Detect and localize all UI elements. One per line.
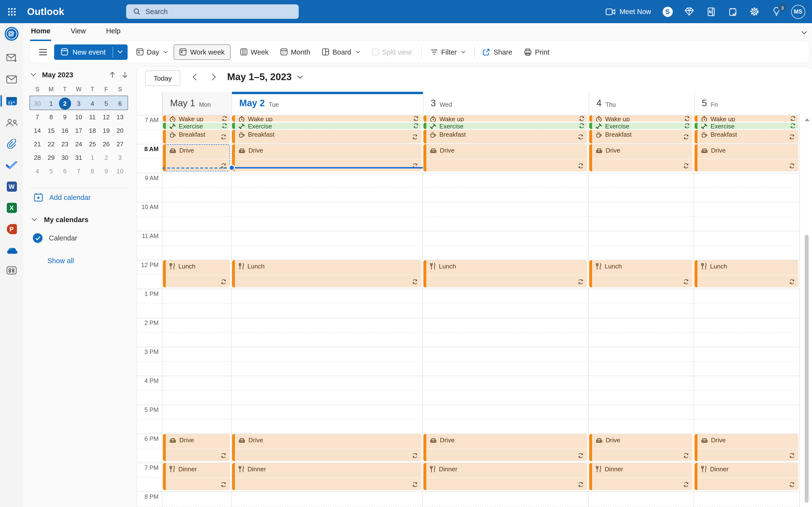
mini-calendar-date[interactable]: 25 — [86, 137, 99, 151]
rail-calendar[interactable] — [0, 91, 23, 111]
calendar-event[interactable]: Drive — [589, 434, 693, 461]
todo-panel-button[interactable] — [723, 2, 742, 21]
date-range-title[interactable]: May 1–5, 2023 — [227, 71, 303, 82]
mini-calendar-date[interactable]: 4 — [86, 97, 99, 110]
app-launcher-waffle-icon[interactable] — [0, 0, 23, 23]
day-header-thu[interactable]: 4Thu — [589, 92, 694, 115]
view-month-button[interactable]: Month — [280, 48, 310, 56]
new-event-button[interactable]: New event — [54, 44, 128, 60]
view-day-button[interactable]: Day — [136, 48, 168, 56]
calendar-event[interactable]: Wake up — [695, 115, 799, 122]
rail-excel[interactable]: X — [0, 198, 23, 217]
rail-people[interactable] — [0, 113, 23, 132]
calendar-event[interactable]: Lunch — [232, 260, 421, 287]
mini-calendar-date[interactable]: 28 — [31, 151, 44, 164]
mini-calendar-date[interactable]: 6 — [113, 97, 127, 110]
mini-calendar-date[interactable]: 30 — [58, 151, 72, 164]
search-input[interactable]: Search — [126, 4, 299, 19]
mini-calendar-date[interactable]: 22 — [44, 137, 58, 151]
meet-now-button[interactable]: Meet Now — [602, 2, 655, 21]
mini-calendar-date[interactable]: 2 — [58, 97, 72, 110]
calendar-event[interactable]: Lunch — [423, 260, 587, 287]
rail-mail[interactable] — [0, 69, 23, 89]
mini-calendar-date[interactable]: 18 — [86, 124, 99, 137]
next-week-chevron-icon[interactable] — [212, 73, 216, 80]
mini-calendar-date[interactable]: 30 — [31, 97, 44, 110]
calendar-event[interactable]: Exercise — [232, 123, 421, 129]
calendar-event[interactable]: Exercise — [589, 123, 693, 129]
calendar-event[interactable]: Drive — [232, 434, 421, 461]
calendar-event[interactable]: Drive — [695, 145, 799, 171]
mini-calendar-date[interactable]: 4 — [31, 164, 44, 178]
calendar-event[interactable]: Breakfast — [163, 130, 230, 144]
mini-calendar-date[interactable]: 1 — [86, 151, 99, 164]
mini-calendar-date[interactable]: 7 — [72, 164, 86, 178]
calendar-checked-icon[interactable] — [33, 233, 43, 243]
calendar-event[interactable]: Wake up — [589, 115, 693, 122]
skype-button[interactable]: S — [658, 2, 677, 21]
share-button[interactable]: Share — [483, 48, 512, 56]
mini-calendar-date[interactable]: 13 — [113, 110, 127, 124]
my-calendars-section[interactable]: My calendars — [32, 216, 89, 224]
selected-date-circle[interactable]: 2 — [59, 97, 71, 109]
account-button[interactable]: MS — [789, 2, 807, 21]
mini-calendar-date[interactable]: 14 — [31, 124, 44, 137]
collapse-sidebar-hamburger-icon[interactable] — [39, 49, 47, 55]
scroll-up-arrow-icon[interactable] — [805, 118, 810, 121]
calendar-event[interactable]: Dinner — [695, 463, 799, 490]
rail-outlook-logo[interactable] — [0, 24, 23, 44]
tab-help[interactable]: Help — [106, 23, 120, 40]
mini-calendar-date[interactable]: 3 — [72, 97, 86, 110]
mini-calendar-date[interactable]: 26 — [99, 137, 113, 151]
calendar-event[interactable]: Wake up — [232, 115, 421, 122]
calendar-event[interactable]: Drive — [589, 145, 693, 171]
day-header-tue[interactable]: May 2Tue — [232, 92, 423, 115]
collapse-month-chevron-icon[interactable] — [31, 73, 36, 77]
tips-button[interactable]: 3 — [767, 2, 785, 21]
next-month-arrow-icon[interactable] — [122, 71, 128, 78]
calendar-event[interactable]: Dinner — [423, 463, 587, 490]
mini-calendar-date[interactable]: 12 — [99, 110, 113, 124]
filter-button[interactable]: Filter — [430, 48, 465, 56]
rail-word[interactable]: W — [0, 177, 23, 196]
previous-month-arrow-icon[interactable] — [109, 71, 115, 78]
calendar-event[interactable]: Dinner — [163, 463, 230, 490]
mini-calendar-date[interactable]: 8 — [86, 164, 99, 178]
day-header-mon[interactable]: May 1Mon — [162, 92, 232, 115]
calendar-event[interactable]: Lunch — [695, 260, 799, 287]
calendar-event[interactable]: Wake up — [423, 115, 587, 122]
day-header-wed[interactable]: 3Wed — [423, 92, 589, 115]
calendar-event[interactable]: Dinner — [232, 463, 421, 490]
print-button[interactable]: Print — [524, 48, 550, 56]
rail-new-mail[interactable] — [0, 48, 23, 68]
mini-calendar-date[interactable]: 10 — [72, 110, 86, 124]
mini-calendar-date[interactable]: 1 — [44, 97, 58, 110]
calendar-event[interactable]: Breakfast — [423, 130, 587, 144]
mini-calendar-date[interactable]: 20 — [113, 124, 127, 137]
view-week-button[interactable]: Week — [240, 48, 269, 56]
ribbon-collapse-chevron-icon[interactable] — [801, 31, 807, 35]
today-button[interactable]: Today — [145, 70, 181, 86]
settings-button[interactable] — [745, 2, 764, 21]
mini-calendar-date[interactable]: 7 — [31, 110, 44, 124]
mini-calendar-date[interactable]: 31 — [72, 151, 86, 164]
mini-calendar-date[interactable]: 8 — [44, 110, 58, 124]
mini-calendar-date[interactable]: 27 — [113, 137, 127, 151]
calendar-event[interactable]: Drive — [423, 145, 587, 171]
rail-more-apps[interactable] — [0, 261, 23, 280]
calendar-event[interactable]: Breakfast — [589, 130, 693, 144]
calendar-event[interactable]: Drive — [423, 434, 587, 461]
mini-calendar-date[interactable]: 9 — [58, 110, 72, 124]
vertical-scrollbar[interactable] — [805, 235, 809, 503]
mini-calendar-date[interactable]: 5 — [99, 97, 113, 110]
mini-calendar-date[interactable]: 23 — [58, 137, 72, 151]
calendar-event[interactable]: Wake up — [163, 115, 230, 122]
rail-to-do[interactable] — [0, 156, 23, 175]
mini-calendar-date[interactable]: 24 — [72, 137, 86, 151]
calendar-event[interactable]: Breakfast — [232, 130, 421, 144]
rail-powerpoint[interactable]: P — [0, 219, 23, 238]
mini-calendar-date[interactable]: 17 — [72, 124, 86, 137]
calendar-list-item[interactable]: Calendar — [33, 233, 77, 243]
mini-calendar-date[interactable]: 11 — [86, 110, 99, 124]
day-header-fri[interactable]: 5Fri — [694, 92, 800, 115]
